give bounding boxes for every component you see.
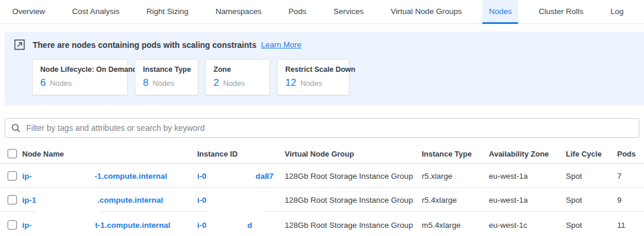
life-cycle-cell: Spot (566, 196, 582, 204)
card-value: 2 (214, 77, 219, 89)
card-unit: Nodes (223, 79, 245, 88)
nodes-table: Node Name Instance ID Virtual Node Group… (0, 143, 644, 236)
card-unit: Nodes (300, 79, 323, 88)
node-name-link[interactable]: ip- (22, 172, 32, 181)
card-instance-type[interactable]: Instance Type 8 Nodes (135, 59, 198, 95)
tab-virtual-node-groups[interactable]: Virtual Node Groups (384, 0, 468, 24)
pods-cell: 11 (617, 220, 625, 229)
nodes-page: Overview Cost Analysis Right Sizing Name… (0, 0, 644, 236)
magnifier-icon (11, 123, 21, 133)
tab-cost-analysis[interactable]: Cost Analysis (66, 0, 126, 24)
node-name-link[interactable]: .compute.internal (97, 196, 163, 204)
card-unit: Nodes (152, 79, 174, 88)
col-instance-type: Instance Type (422, 149, 472, 158)
banner-header: There are nodes containing pods with sca… (5, 32, 644, 50)
table-header-row: Node Name Instance ID Virtual Node Group… (0, 143, 644, 164)
virtual-node-group-cell: 128Gb Root Storage Instance Group (285, 220, 413, 229)
col-virtual-node-group: Virtual Node Group (285, 149, 354, 158)
availability-zone-cell: eu-west-1a (489, 196, 528, 204)
table-row: ip- t-1.compute.internal i-0 d 128Gb Roo… (0, 212, 644, 236)
availability-zone-cell: eu-west-1c (489, 220, 527, 229)
search-input[interactable] (26, 123, 633, 133)
node-name-link[interactable]: t-1.compute.internal (95, 220, 170, 229)
pods-cell: 7 (617, 172, 622, 181)
col-instance-id: Instance ID (197, 149, 237, 158)
card-zone[interactable]: Zone 2 Nodes (205, 59, 270, 95)
card-value: 6 (40, 77, 46, 89)
node-name-link[interactable]: ip- (22, 220, 32, 229)
learn-more-link[interactable]: Learn More (261, 40, 302, 49)
card-title: Instance Type (143, 65, 190, 74)
card-value: 8 (143, 77, 148, 89)
virtual-node-group-cell: 128Gb Root Storage Instance Group (285, 172, 413, 181)
instance-id-link[interactable]: i-0 (197, 172, 206, 181)
card-restrict-scale-down[interactable]: Restrict Scale Down 12 Nodes (277, 59, 349, 95)
instance-type-cell: m5.4xlarge (422, 220, 461, 229)
tab-bar: Overview Cost Analysis Right Sizing Name… (0, 0, 644, 24)
instance-id-link[interactable]: da87 (256, 172, 274, 181)
tab-log[interactable]: Log (604, 0, 630, 24)
tab-nodes[interactable]: Nodes (482, 0, 518, 24)
table-row: ip-1 .compute.internal i-0 128Gb Root St… (0, 188, 644, 212)
pods-cell: 9 (617, 196, 622, 204)
life-cycle-cell: Spot (566, 220, 582, 229)
col-pods: Pods (617, 149, 636, 158)
col-availability-zone: Availability Zone (489, 149, 549, 158)
tab-overview[interactable]: Overview (6, 0, 51, 24)
instance-id-link[interactable]: d (247, 220, 252, 229)
row-checkbox[interactable] (8, 195, 17, 204)
card-title: Zone (214, 65, 262, 74)
instance-type-cell: r5.xlarge (422, 172, 453, 181)
node-name-link[interactable]: -1.compute.internal (94, 172, 167, 181)
tab-pods[interactable]: Pods (282, 0, 313, 24)
banner-message: There are nodes containing pods with sca… (33, 40, 257, 50)
tab-namespaces[interactable]: Namespaces (209, 0, 268, 24)
virtual-node-group-cell: 128Gb Root Storage Instance Group (285, 196, 413, 204)
select-all-checkbox[interactable] (8, 149, 17, 158)
life-cycle-cell: Spot (566, 172, 582, 181)
card-unit: Nodes (50, 79, 72, 88)
table-row: ip- -1.compute.internal i-0 da87 128Gb R… (0, 164, 644, 188)
filter-search-bar (5, 118, 639, 138)
tab-right-sizing[interactable]: Right Sizing (140, 0, 195, 24)
card-title: Restrict Scale Down (285, 65, 341, 74)
instance-type-cell: r5.4xlarge (422, 196, 457, 204)
node-name-link[interactable]: ip-1 (22, 196, 36, 204)
scaling-constraints-banner: There are nodes containing pods with sca… (5, 32, 644, 105)
constraint-cards: Node Lifecycle: On Demand 6 Nodes Instan… (32, 59, 644, 95)
arrow-up-right-box-icon (14, 39, 25, 50)
instance-id-link[interactable]: i-0 (197, 220, 206, 229)
row-checkbox[interactable] (8, 220, 17, 230)
tab-cluster-rolls[interactable]: Cluster Rolls (533, 0, 590, 24)
instance-id-link[interactable]: i-0 (197, 196, 206, 204)
col-life-cycle: Life Cycle (566, 149, 601, 158)
col-node-name: Node Name (22, 149, 64, 158)
availability-zone-cell: eu-west-1a (489, 172, 528, 181)
row-checkbox[interactable] (8, 171, 17, 181)
tab-services[interactable]: Services (327, 0, 370, 24)
card-value: 12 (285, 77, 296, 89)
card-title: Node Lifecycle: On Demand (40, 65, 120, 74)
card-node-lifecycle[interactable]: Node Lifecycle: On Demand 6 Nodes (32, 59, 128, 95)
